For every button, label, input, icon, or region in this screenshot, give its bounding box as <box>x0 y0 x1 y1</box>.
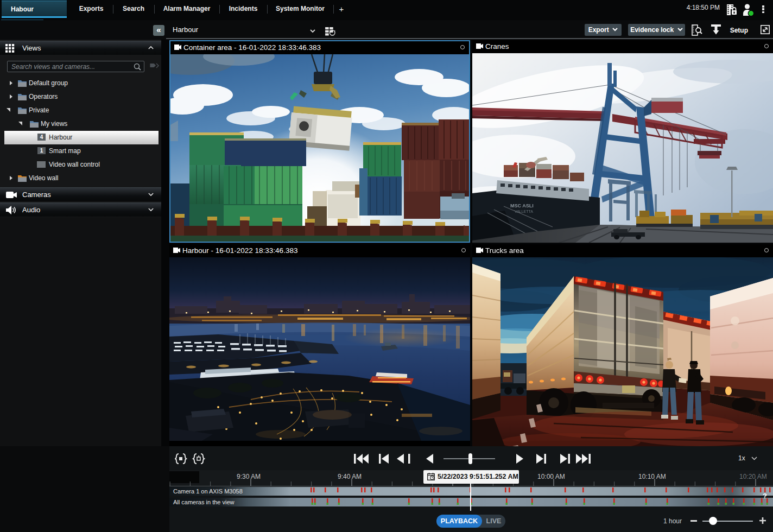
svg-text:VALLETTA: VALLETTA <box>515 210 533 213</box>
svg-text:MSC ASLI: MSC ASLI <box>510 203 534 208</box>
